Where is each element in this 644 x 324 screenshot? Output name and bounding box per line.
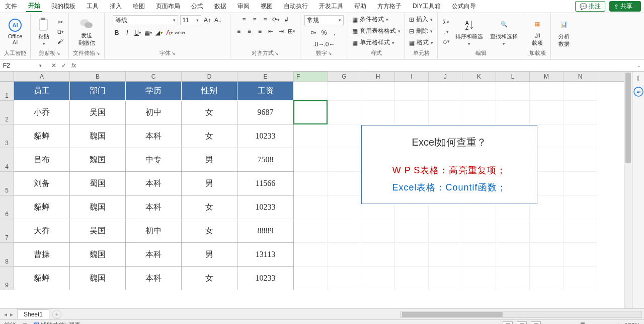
cell-K8[interactable] bbox=[462, 243, 496, 267]
menu-data[interactable]: 数据 bbox=[212, 1, 228, 12]
paste-button[interactable]: 粘贴▾ bbox=[35, 17, 53, 47]
cell-F1[interactable] bbox=[294, 82, 328, 101]
col-header-K[interactable]: K bbox=[462, 72, 496, 81]
fill-color-button[interactable]: ◢▾ bbox=[155, 28, 164, 37]
cell-K2[interactable] bbox=[462, 101, 496, 124]
copy-button[interactable]: ⧉▾ bbox=[56, 28, 64, 36]
cell-F2[interactable] bbox=[294, 101, 328, 124]
cell-E2[interactable]: 9687 bbox=[237, 101, 294, 124]
table-format-button[interactable]: ▦套用表格格式▾ bbox=[352, 27, 400, 35]
cell-A9[interactable]: 貂蝉 bbox=[14, 267, 70, 290]
sort-filter-button[interactable]: AZ排序和筛选▾ bbox=[453, 17, 485, 47]
cell-J2[interactable] bbox=[429, 101, 462, 124]
cell-D3[interactable]: 女 bbox=[182, 124, 237, 148]
col-header-I[interactable]: I bbox=[395, 72, 429, 81]
textbox-overlay[interactable]: Excel如何查重？ W P S表格：高亮重复项； Excel表格：Counti… bbox=[361, 125, 537, 204]
add-sheet-button[interactable]: + bbox=[52, 310, 61, 319]
cell-N6[interactable] bbox=[564, 196, 597, 219]
cell-D4[interactable]: 男 bbox=[182, 148, 237, 172]
cell-D7[interactable]: 女 bbox=[182, 219, 237, 243]
cell-C1[interactable]: 学历 bbox=[126, 82, 182, 101]
view-normal-button[interactable]: ▦ bbox=[503, 321, 513, 325]
cell-F3[interactable] bbox=[294, 124, 328, 148]
cell-I1[interactable] bbox=[395, 82, 429, 101]
cell-C6[interactable]: 本科 bbox=[126, 196, 182, 219]
cell-C3[interactable]: 本科 bbox=[126, 124, 182, 148]
fx-button[interactable]: fx bbox=[71, 62, 76, 69]
cell-A8[interactable]: 曹操 bbox=[14, 243, 70, 267]
cell-J9[interactable] bbox=[429, 267, 462, 290]
hscroll-thumb[interactable] bbox=[402, 312, 503, 317]
menu-template[interactable]: 我的模板 bbox=[49, 1, 77, 12]
row-header[interactable]: 3 bbox=[0, 124, 14, 148]
menu-insert[interactable]: 插入 bbox=[108, 1, 124, 12]
increase-font-button[interactable]: A↑ bbox=[203, 16, 212, 25]
wrap-button[interactable]: ↲ bbox=[282, 15, 291, 24]
cell-A7[interactable]: 大乔 bbox=[14, 219, 70, 243]
cell-M1[interactable] bbox=[530, 82, 564, 101]
cell-D6[interactable]: 女 bbox=[182, 196, 237, 219]
cell-L1[interactable] bbox=[496, 82, 530, 101]
align-right-button[interactable]: ≡ bbox=[256, 27, 264, 35]
cell-I9[interactable] bbox=[395, 267, 429, 290]
cell-F4[interactable] bbox=[294, 148, 328, 172]
cancel-formula-button[interactable]: ✕ bbox=[51, 62, 56, 69]
menu-layout[interactable]: 页面布局 bbox=[154, 1, 182, 12]
col-header-G[interactable]: G bbox=[328, 72, 361, 81]
underline-button[interactable]: U▾ bbox=[134, 28, 142, 37]
accept-formula-button[interactable]: ✓ bbox=[61, 62, 66, 69]
collapse-panel-button[interactable]: ⟪ bbox=[636, 75, 640, 82]
cell-B5[interactable]: 蜀国 bbox=[70, 172, 126, 196]
menu-dev[interactable]: 开发工具 bbox=[317, 1, 345, 12]
cell-C8[interactable]: 本科 bbox=[126, 243, 182, 267]
cell-C2[interactable]: 初中 bbox=[126, 101, 182, 124]
cell-E7[interactable]: 8889 bbox=[237, 219, 294, 243]
menu-formula[interactable]: 公式 bbox=[189, 1, 205, 12]
cell-A4[interactable]: 吕布 bbox=[14, 148, 70, 172]
font-color-button[interactable]: A▾ bbox=[166, 28, 174, 37]
view-pagebreak-button[interactable]: ▣ bbox=[531, 321, 541, 325]
clear-button[interactable]: ◇▾ bbox=[442, 37, 450, 46]
cell-H2[interactable] bbox=[361, 101, 395, 124]
menu-file[interactable]: 文件 bbox=[3, 1, 19, 12]
cell-H9[interactable] bbox=[361, 267, 395, 290]
decrease-font-button[interactable]: A↓ bbox=[214, 16, 222, 25]
cell-B2[interactable]: 吴国 bbox=[70, 101, 126, 124]
cell-L8[interactable] bbox=[496, 243, 530, 267]
cell-E4[interactable]: 7508 bbox=[237, 148, 294, 172]
cell-I7[interactable] bbox=[395, 219, 429, 243]
row-header[interactable]: 9 bbox=[0, 267, 14, 290]
cell-D9[interactable]: 女 bbox=[182, 267, 237, 290]
cell-F6[interactable] bbox=[294, 196, 328, 219]
orientation-button[interactable]: ⟳▾ bbox=[272, 15, 280, 24]
col-header-A[interactable]: A bbox=[14, 72, 70, 81]
col-header-B[interactable]: B bbox=[70, 72, 126, 81]
cell-D8[interactable]: 男 bbox=[182, 243, 237, 267]
menu-help[interactable]: 帮助 bbox=[352, 1, 368, 12]
align-center-button[interactable]: ≡ bbox=[245, 27, 254, 35]
send-wechat-button[interactable]: 发送 到微信 bbox=[76, 16, 97, 48]
cell-H8[interactable] bbox=[361, 243, 395, 267]
cell-K7[interactable] bbox=[462, 219, 496, 243]
font-name-select[interactable]: 等线▾ bbox=[113, 15, 178, 25]
zoom-level[interactable]: 100% bbox=[624, 322, 640, 325]
cell-N9[interactable] bbox=[564, 267, 597, 290]
cell-H1[interactable] bbox=[361, 82, 395, 101]
cell-G5[interactable] bbox=[328, 172, 361, 196]
cell-M8[interactable] bbox=[530, 243, 564, 267]
cell-N5[interactable] bbox=[564, 172, 597, 196]
menu-review[interactable]: 审阅 bbox=[235, 1, 252, 12]
cell-B6[interactable]: 魏国 bbox=[70, 196, 126, 219]
scrollbar-thumb[interactable] bbox=[625, 73, 631, 163]
menu-diy[interactable]: DIY工具箱 bbox=[411, 1, 443, 12]
menu-auto[interactable]: 自动执行 bbox=[282, 1, 310, 12]
inc-decimal-button[interactable]: .0→ bbox=[314, 40, 323, 48]
office-ai-button[interactable]: AIOffice AI bbox=[6, 17, 25, 46]
cell-N3[interactable] bbox=[564, 124, 597, 148]
cell-C7[interactable]: 初中 bbox=[126, 219, 182, 243]
bold-button[interactable]: B bbox=[113, 28, 121, 37]
cell-A1[interactable]: 员工 bbox=[14, 82, 70, 101]
comma-button[interactable]: , bbox=[331, 28, 339, 37]
menu-draw[interactable]: 绘图 bbox=[131, 1, 147, 12]
italic-button[interactable]: I bbox=[123, 28, 132, 37]
